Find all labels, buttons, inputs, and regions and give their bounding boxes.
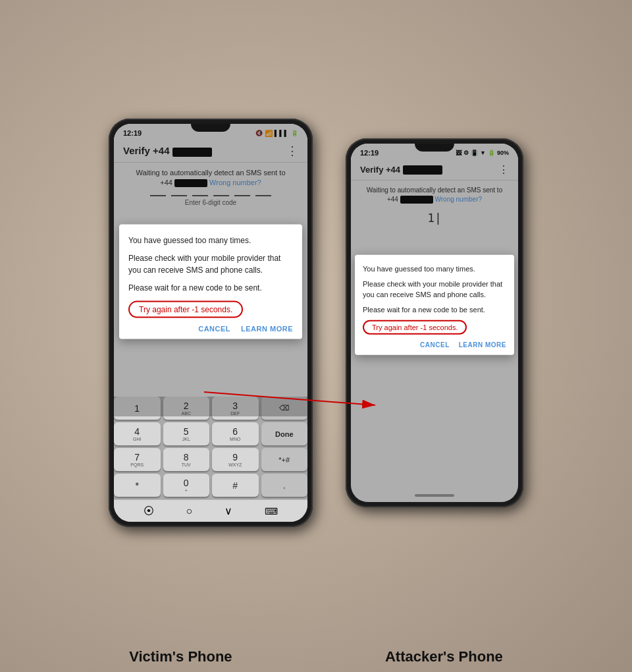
victim-home-nav[interactable]: ○ [186,505,193,517]
victim-recent-nav[interactable]: ∨ [224,505,232,517]
victim-key-comma[interactable]: , [261,474,308,497]
victim-key-8[interactable]: 8TUV [163,448,210,471]
victim-key-9[interactable]: 9WXYZ [212,448,259,471]
victim-key-6[interactable]: 6MNO [212,422,259,445]
victim-kb-row-2: 4GHI 5JKL 6MNO Done [114,422,307,445]
victim-key-star[interactable]: * [114,474,161,497]
victim-label: Victim's Phone [129,648,232,665]
victim-back-nav[interactable]: ⦿ [144,505,154,517]
victim-key-4[interactable]: 4GHI [114,422,161,445]
victim-key-5[interactable]: 5JKL [163,422,210,445]
attacker-dialog-overlay: You have guessed too many times. Please … [351,144,518,502]
victim-key-done[interactable]: Done [261,422,308,445]
victim-phone-wrapper: 12:19 🔇 📶 ▌▌▌ 🔋 Verify +44 [109,119,313,527]
victim-cancel-button[interactable]: CANCEL [198,324,230,332]
victim-dialog-line1: You have guessed too many times. [128,235,293,246]
attacker-phone: 12:19 🖼 ⚙ 📳 ▼ 🔋 90% Verify [346,138,523,507]
victim-dialog-overlay: You have guessed too many times. Please … [114,124,307,416]
phone-labels: Victim's Phone Attacker's Phone [0,648,632,665]
attacker-dialog-buttons: CANCEL LEARN MORE [363,341,506,349]
attacker-screen: 12:19 🖼 ⚙ 📳 ▼ 🔋 90% Verify [351,144,518,502]
victim-dialog-line2: Please check with your mobile provider t… [128,253,293,276]
victim-dialog: You have guessed too many times. Please … [119,225,302,339]
victim-phone: 12:19 🔇 📶 ▌▌▌ 🔋 Verify +44 [109,119,313,527]
attacker-label: Attacker's Phone [385,648,503,665]
victim-try-again-oval: Try again after -1 seconds. [128,300,243,318]
victim-key-hash[interactable]: # [212,474,259,497]
attacker-dialog: You have guessed too many times. Please … [355,255,514,356]
victim-screen: 12:19 🔇 📶 ▌▌▌ 🔋 Verify +44 [114,124,307,522]
victim-try-again-container: Try again after -1 seconds. [128,300,293,318]
attacker-learn-more-button[interactable]: LEARN MORE [459,341,506,349]
attacker-phone-wrapper: 12:19 🖼 ⚙ 📳 ▼ 🔋 90% Verify [346,138,523,507]
attacker-dialog-line2: Please check with your mobile provider t… [363,279,506,300]
victim-keyboard-nav[interactable]: ⌨ [265,506,278,517]
victim-key-7[interactable]: 7PQRS [114,448,161,471]
victim-key-0[interactable]: 0+ [163,474,210,497]
attacker-cancel-button[interactable]: CANCEL [420,341,450,349]
attacker-try-again-oval: Try again after -1 seconds. [363,320,467,335]
victim-dialog-buttons: CANCEL LEARN MORE [128,324,293,332]
attacker-dialog-line1: You have guessed too many times. [363,264,506,274]
victim-key-symbols[interactable]: *+# [261,448,308,471]
victim-kb-row-4: * 0+ # , [114,474,307,497]
victim-kb-row-3: 7PQRS 8TUV 9WXYZ *+# [114,448,307,471]
attacker-dialog-line3: Please wait for a new code to be sent. [363,305,506,315]
victim-dialog-line3: Please wait for a new code to be sent. [128,283,293,294]
victim-nav-bar: ⦿ ○ ∨ ⌨ [114,499,307,522]
attacker-try-again-container: Try again after -1 seconds. [363,320,506,335]
victim-learn-more-button[interactable]: LEARN MORE [241,324,293,332]
